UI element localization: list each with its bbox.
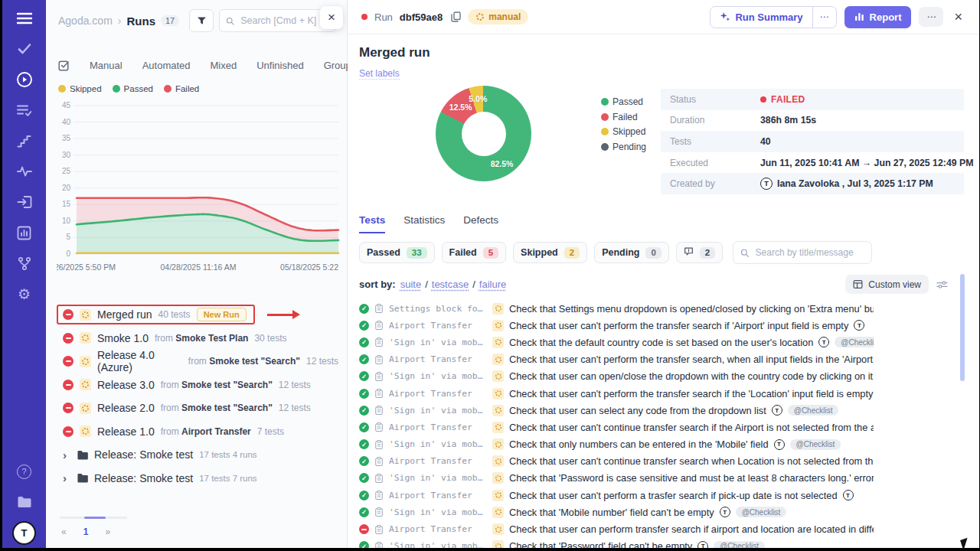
test-row[interactable]: Airport Transfer Check that user can't p… [359,487,874,504]
branches-icon[interactable] [2,248,46,279]
test-row[interactable]: 'Sign in' via mobile Check that the defa… [359,334,874,350]
status-filter-chip[interactable]: Skipped 2 [513,242,587,263]
scrollbar-thumb[interactable] [84,517,106,519]
test-row[interactable]: 'Sign in' via mobile Check that 'Passwor… [359,470,874,487]
steps-icon[interactable] [2,126,46,156]
tab-tests[interactable]: Tests [359,214,385,233]
chevron-right-icon[interactable]: › [63,471,70,484]
run-name[interactable]: Release 2.0 [97,402,155,414]
test-suite-name[interactable]: 'Sign in' via mobile [389,371,487,381]
test-suite-name[interactable]: 'Sign in' via mobile [389,541,487,548]
test-title[interactable]: Check that user can't continue transfer … [509,422,874,433]
test-title[interactable]: Check that user can't perform the transf… [509,388,873,399]
filter-button[interactable] [189,9,214,32]
test-row[interactable]: Airport Transfer Check that user can't p… [359,385,874,402]
reports-icon[interactable] [2,217,46,248]
test-title[interactable]: Check that user can't perform the transf… [509,320,848,331]
import-icon[interactable] [2,187,46,217]
runs-search-input[interactable] [239,15,329,27]
pagination-page-1[interactable]: 1 [83,527,89,537]
run-name[interactable]: Release 4.0 (Azure) [97,349,182,373]
status-filter-chip[interactable]: Passed 33 [359,242,435,263]
test-suite-name[interactable]: 'Sign in' via mobile [389,473,487,483]
test-row[interactable]: Airport Transfer Check that user can't p… [359,317,874,334]
run-name[interactable]: Merged run [97,308,152,321]
help-icon[interactable]: ? [2,456,46,487]
close-runs-panel-button[interactable]: × [320,6,343,29]
test-title[interactable]: Check that user can't perform a trasfer … [509,490,838,501]
test-suite-name[interactable]: 'Sign in' via mobile [389,507,487,517]
test-runs-icon[interactable] [2,64,46,95]
tab-automated[interactable]: Automated [142,60,191,71]
settings-gear-icon[interactable]: ⚙ [2,279,46,309]
runs-search-box[interactable] [219,9,336,32]
run-name[interactable]: Smoke 1.0 [97,332,149,344]
tab-mixed[interactable]: Mixed [211,60,237,71]
status-filter-chip[interactable]: Failed 5 [442,242,507,263]
run-group-item[interactable]: › Release: Smoke test 17 tests 4 runs [57,443,347,467]
test-plans-icon[interactable] [2,95,46,126]
test-title[interactable]: Check that 'Password is case sensitive a… [509,472,874,484]
test-row[interactable]: 'Sign in' via mobile Check that user can… [359,402,874,419]
breadcrumb-project[interactable]: Agoda.com [58,15,113,27]
test-title[interactable]: Check that 'Mobile number' field can't b… [509,507,714,518]
test-title[interactable]: Check that 'Password' field can't be emp… [509,540,692,548]
test-title[interactable]: Check that user can't continue transfer … [509,455,874,467]
menu-icon[interactable] [2,3,46,34]
test-row[interactable]: 'Sign in' via mobile Check that 'Passwor… [359,538,874,548]
run-more-button[interactable]: ⋯ [919,7,943,27]
pagination-next[interactable]: » [105,527,110,537]
test-suite-name[interactable]: 'Sign in' via mobile [389,439,487,449]
tab-manual[interactable]: Manual [90,60,122,71]
test-suite-name[interactable]: 'Sign in' via mobile [389,337,487,347]
run-list-item[interactable]: Release 2.0 from Smoke test "Search" 12 … [57,396,347,420]
test-title[interactable]: Check that Settings menu dropdown is ope… [509,303,874,315]
set-labels-link[interactable]: Set labels [359,68,400,80]
test-title[interactable]: Check that user can perform transfer sea… [509,523,874,535]
custom-view-button[interactable]: Custom view [845,275,929,294]
tab-defects[interactable]: Defects [463,214,498,233]
test-suite-name[interactable]: Airport Transfer [389,456,487,466]
test-row[interactable]: Settings block for... Check that Setting… [359,300,874,317]
run-summary-button[interactable]: Run Summary [710,7,812,28]
sort-by-suite-link[interactable]: suite [400,279,421,290]
test-title[interactable]: Check that only numbers can be entered i… [509,439,769,450]
test-suite-name[interactable]: Airport Transfer [389,491,487,500]
run-group-name[interactable]: Release: Smoke test [94,472,193,484]
test-row[interactable]: Airport Transfer Check that user can't c… [359,419,874,435]
test-row[interactable]: Airport Transfer Check that user can't c… [359,453,874,470]
run-list-item[interactable]: Release 3.0 from Smoke test "Search" 12 … [57,373,347,397]
tests-search-input[interactable] [754,246,865,259]
test-title[interactable]: Check that user can open/close the dropd… [509,370,873,382]
run-group-item[interactable]: › Release: Smoke test 17 tests 7 runs [57,467,347,491]
status-filter-chip[interactable]: 2 [676,242,723,263]
status-filter-chip[interactable]: Pending 0 [594,242,669,263]
chevron-right-icon[interactable]: › [63,448,70,461]
test-suite-name[interactable]: Airport Transfer [389,354,487,364]
test-suite-name[interactable]: Airport Transfer [389,389,487,399]
test-title[interactable]: Check that user can't perform the transf… [509,354,874,365]
run-summary-more-button[interactable]: ⋯ [812,7,836,28]
sort-by-testcase-link[interactable]: testcase [432,279,469,290]
run-list-item[interactable]: Merged run 40 tests New Run [57,303,347,327]
pagination-prev[interactable]: « [61,527,67,537]
test-suite-name[interactable]: 'Sign in' via mobile [389,406,487,416]
test-suite-name[interactable]: Airport Transfer [389,524,487,534]
tab-unfinished[interactable]: Unfinished [256,60,303,71]
test-row[interactable]: Airport Transfer Check that user can't p… [359,351,874,368]
test-row[interactable]: 'Sign in' via mobile Check that user can… [359,368,874,385]
test-cases-icon[interactable] [2,34,46,64]
view-settings-sliders-icon[interactable] [936,280,948,289]
profile-logo-avatar[interactable]: T [2,517,46,548]
test-title[interactable]: Check that the default country code is s… [509,337,813,348]
test-row[interactable]: 'Sign in' via mobile Check that only num… [359,436,874,453]
test-suite-name[interactable]: Airport Transfer [389,422,487,432]
copy-run-id-button[interactable] [451,11,461,22]
run-list-item[interactable]: Release 4.0 (Azure) from Smoke test "Sea… [57,350,347,373]
sort-by-failure-link[interactable]: failure [479,279,506,290]
tab-statistics[interactable]: Statistics [403,214,445,233]
projects-folder-icon[interactable] [2,487,46,517]
run-name[interactable]: Release 3.0 [97,379,155,391]
run-group-name[interactable]: Release: Smoke test [94,448,193,461]
select-runs-checkbox-icon[interactable] [58,60,70,71]
